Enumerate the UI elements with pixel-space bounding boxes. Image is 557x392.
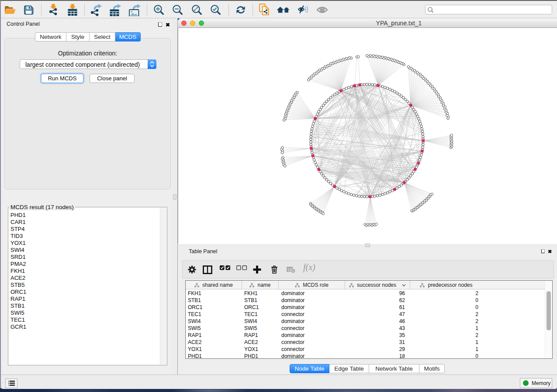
svg-text:f(x): f(x) xyxy=(303,262,315,272)
